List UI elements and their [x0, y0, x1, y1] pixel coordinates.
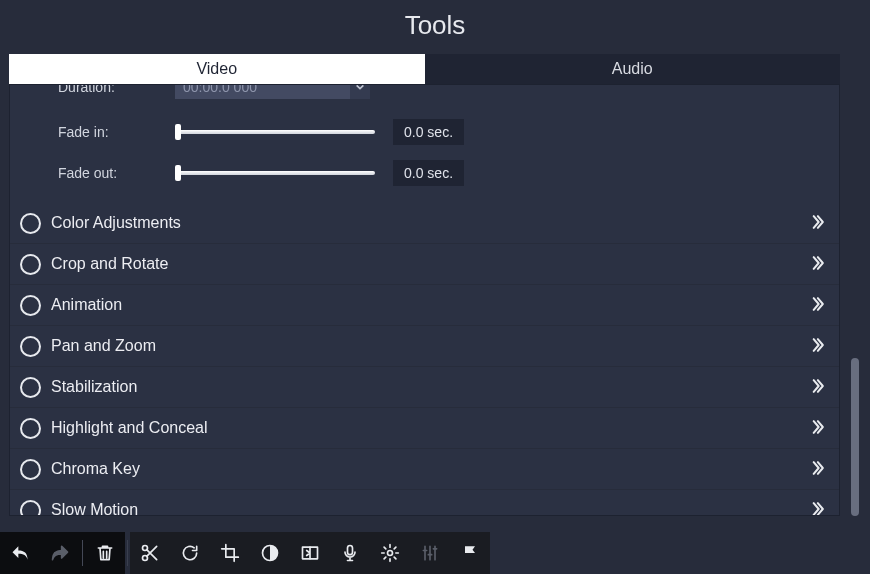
marker-button[interactable] [450, 532, 490, 574]
tool-row-color-adjustments[interactable]: Color Adjustments [10, 203, 839, 244]
slider-thumb[interactable] [175, 124, 181, 140]
chevron-down-icon [350, 85, 370, 99]
radio-icon[interactable] [20, 295, 41, 316]
tool-label: Slow Motion [51, 501, 807, 516]
record-audio-button[interactable] [330, 532, 370, 574]
chevron-right-double-icon [807, 499, 827, 517]
tool-row-highlight-and-conceal[interactable]: Highlight and Conceal [10, 408, 839, 449]
tool-label: Stabilization [51, 378, 807, 396]
fade-out-value[interactable]: 0.0 sec. [393, 160, 464, 186]
panel-title: Tools [0, 0, 870, 51]
fade-in-label: Fade in: [10, 124, 175, 140]
chevron-right-double-icon [807, 294, 827, 317]
redo-button[interactable] [40, 532, 80, 574]
chevron-right-double-icon [807, 458, 827, 481]
radio-icon[interactable] [20, 418, 41, 439]
row-fade-out: Fade out: 0.0 sec. [10, 152, 839, 193]
tool-label: Chroma Key [51, 460, 807, 478]
tab-video[interactable]: Video [9, 54, 425, 84]
video-settings: Duration: 00:00.0 000 Fade in: 0.0 sec. … [10, 85, 839, 203]
radio-icon[interactable] [20, 459, 41, 480]
equalizer-button[interactable] [410, 532, 450, 574]
split-button[interactable] [130, 532, 170, 574]
bottom-toolbar [0, 532, 870, 574]
fade-out-label: Fade out: [10, 165, 175, 181]
tab-audio[interactable]: Audio [425, 54, 841, 84]
tool-row-animation[interactable]: Animation [10, 285, 839, 326]
duration-dropdown[interactable]: 00:00.0 000 [175, 85, 370, 99]
delete-button[interactable] [85, 532, 125, 574]
tool-tabs: Video Audio [9, 54, 840, 84]
undo-button[interactable] [0, 532, 40, 574]
fade-out-slider[interactable] [175, 164, 375, 182]
tool-label: Highlight and Conceal [51, 419, 807, 437]
tool-row-chroma-key[interactable]: Chroma Key [10, 449, 839, 490]
tool-row-pan-and-zoom[interactable]: Pan and Zoom [10, 326, 839, 367]
radio-icon[interactable] [20, 377, 41, 398]
radio-icon[interactable] [20, 213, 41, 234]
tool-row-stabilization[interactable]: Stabilization [10, 367, 839, 408]
chevron-right-double-icon [807, 253, 827, 276]
radio-icon[interactable] [20, 254, 41, 275]
tool-row-crop-and-rotate[interactable]: Crop and Rotate [10, 244, 839, 285]
tools-content: Duration: 00:00.0 000 Fade in: 0.0 sec. … [9, 84, 840, 516]
chevron-right-double-icon [807, 335, 827, 358]
radio-icon[interactable] [20, 336, 41, 357]
fade-in-slider[interactable] [175, 123, 375, 141]
content-scrollbar[interactable] [851, 358, 859, 516]
tool-row-slow-motion[interactable]: Slow Motion [10, 490, 839, 516]
fade-in-value[interactable]: 0.0 sec. [393, 119, 464, 145]
tool-list: Color AdjustmentsCrop and RotateAnimatio… [10, 203, 839, 516]
toolbar-divider [82, 540, 83, 566]
tool-label: Pan and Zoom [51, 337, 807, 355]
clip-properties-button[interactable] [370, 532, 410, 574]
chevron-right-double-icon [807, 417, 827, 440]
svg-point-5 [388, 551, 393, 556]
slider-thumb[interactable] [175, 165, 181, 181]
chevron-right-double-icon [807, 212, 827, 235]
svg-rect-4 [348, 546, 353, 555]
rotate-button[interactable] [170, 532, 210, 574]
radio-icon[interactable] [20, 500, 41, 517]
tool-label: Animation [51, 296, 807, 314]
crop-button[interactable] [210, 532, 250, 574]
color-adjust-button[interactable] [250, 532, 290, 574]
toolbar-divider [127, 540, 128, 566]
tool-label: Color Adjustments [51, 214, 807, 232]
tool-label: Crop and Rotate [51, 255, 807, 273]
chevron-right-double-icon [807, 376, 827, 399]
transition-wizard-button[interactable] [290, 532, 330, 574]
row-fade-in: Fade in: 0.0 sec. [10, 111, 839, 152]
duration-label: Duration: [10, 85, 175, 95]
duration-value: 00:00.0 000 [175, 85, 350, 95]
row-duration: Duration: 00:00.0 000 [10, 85, 839, 111]
